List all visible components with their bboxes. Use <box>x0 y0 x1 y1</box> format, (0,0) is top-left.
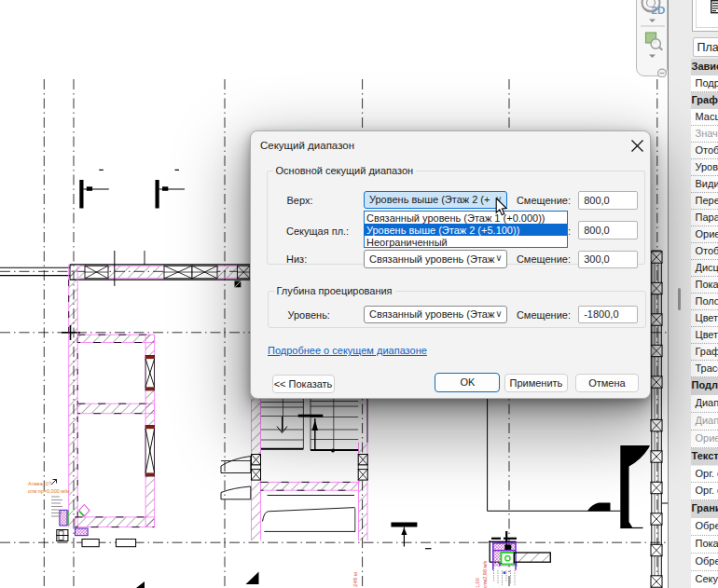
svg-text:Атажа_07: Атажа_07 <box>28 481 51 486</box>
svg-text:отм пр=0,000 м/м: отм пр=0,000 м/м <box>28 488 70 494</box>
svg-text:1,00: 1,00 <box>475 578 480 588</box>
svg-text:отм2,98 м/к: отм2,98 м/к <box>482 560 488 588</box>
svg-text:2D: 2D <box>652 5 666 16</box>
svg-text:248 м: 248 м <box>352 572 358 587</box>
